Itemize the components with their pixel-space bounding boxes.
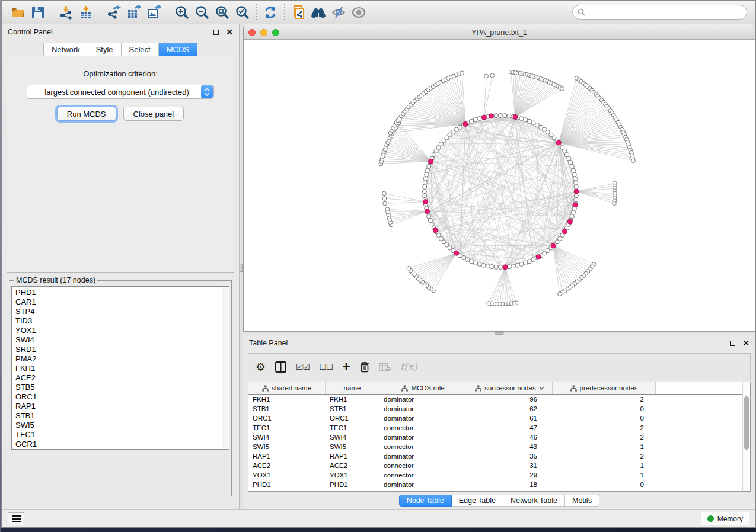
export-network-icon[interactable] [104, 3, 124, 22]
delete-rows-icon[interactable] [360, 361, 369, 373]
criterion-dropdown[interactable]: largest connected component (undirected) [27, 85, 214, 99]
table-cell[interactable]: YOX1 [326, 470, 379, 480]
table-cell[interactable]: STB1 [248, 404, 326, 414]
table-cell[interactable]: YOX1 [248, 470, 326, 480]
minimize-window-icon[interactable] [260, 29, 267, 36]
table-body[interactable]: FKH1FKH1dominator962STB1STB1dominator620… [248, 395, 742, 489]
table-cell[interactable]: RAP1 [326, 451, 379, 461]
zoom-selected-icon[interactable] [232, 3, 253, 22]
table-cell[interactable]: connector [379, 423, 467, 432]
result-node[interactable]: TID3 [15, 316, 221, 326]
table-cell[interactable]: RAP1 [248, 451, 326, 461]
vertical-splitter[interactable] [239, 24, 243, 509]
tab-network[interactable]: Network [43, 43, 88, 56]
table-cell[interactable]: TEC1 [248, 423, 326, 432]
column-header-predecessor-nodes[interactable]: predecessor nodes [553, 382, 656, 394]
table-cell[interactable]: ACE2 [248, 461, 326, 470]
run-mcds-button[interactable]: Run MCDS [57, 107, 116, 121]
export-image-icon[interactable] [144, 3, 164, 22]
table-cell[interactable]: SWI5 [248, 442, 326, 451]
table-cell[interactable]: 61 [467, 414, 553, 423]
table-cell[interactable]: SWI4 [248, 432, 326, 442]
result-scrollbar[interactable] [222, 287, 228, 448]
tab-edge-table[interactable]: Edge Table [452, 495, 503, 507]
table-row[interactable]: YOX1YOX1connector291 [248, 470, 742, 480]
result-node[interactable]: STB1 [15, 411, 221, 421]
result-node[interactable]: SWI4 [15, 335, 221, 345]
result-node[interactable]: SRD1 [15, 345, 221, 354]
mcds-result-list[interactable]: PHD1CAR1STP4TID3YOX1SWI4SRD1PMA2FKH1ACE2… [11, 286, 229, 450]
horizontal-splitter[interactable] [243, 332, 755, 335]
table-row[interactable]: ACE2ACE2connector311 [248, 461, 742, 470]
table-cell[interactable]: 35 [467, 451, 553, 461]
table-cell[interactable]: PHD1 [326, 480, 379, 489]
table-cell[interactable]: 0 [553, 480, 656, 489]
table-row[interactable]: FKH1FKH1dominator962 [248, 395, 742, 404]
table-cell[interactable]: 96 [467, 395, 553, 404]
network-canvas[interactable] [244, 40, 755, 331]
table-cell[interactable]: 31 [467, 461, 553, 470]
zoom-fit-icon[interactable] [212, 3, 232, 22]
table-cell[interactable]: 0 [553, 414, 656, 423]
table-cell[interactable]: 1 [553, 442, 656, 451]
table-cell[interactable]: FKH1 [248, 395, 326, 404]
column-header-MCDS-role[interactable]: MCDS role [379, 382, 467, 394]
close-window-icon[interactable] [248, 29, 256, 36]
table-cell[interactable]: dominator [379, 404, 467, 414]
result-node[interactable]: STB5 [15, 383, 221, 392]
result-node[interactable]: FKH1 [15, 364, 221, 373]
tab-network-table[interactable]: Network Table [503, 495, 565, 507]
zoom-out-icon[interactable] [192, 3, 212, 22]
table-cell[interactable]: connector [379, 470, 467, 480]
table-cell[interactable]: FKH1 [326, 395, 379, 404]
apply-layout-icon[interactable] [260, 3, 280, 22]
panel-list-button[interactable] [8, 512, 24, 525]
table-cell[interactable]: 18 [467, 480, 553, 489]
import-network-icon[interactable] [56, 3, 76, 22]
close-panel-icon[interactable]: ✕ [226, 28, 233, 36]
tab-node-table[interactable]: Node Table [399, 495, 452, 507]
table-row[interactable]: SWI4SWI4dominator462 [248, 432, 742, 442]
save-session-icon[interactable] [28, 3, 48, 22]
search-network-icon[interactable] [308, 3, 328, 22]
close-panel-icon[interactable]: ✕ [742, 339, 749, 347]
table-cell[interactable]: 43 [467, 442, 553, 451]
table-cell[interactable]: connector [379, 442, 467, 451]
hide-graphics-details-icon[interactable] [328, 3, 349, 22]
table-cell[interactable]: 47 [467, 423, 553, 432]
float-panel-icon[interactable] [730, 341, 735, 346]
table-cell[interactable]: SWI5 [326, 442, 379, 451]
export-table-icon[interactable] [124, 3, 144, 22]
result-node[interactable]: ORC1 [15, 392, 221, 402]
network-window-titlebar[interactable]: YPA_prune.txt_1 [244, 25, 755, 40]
show-graphics-details-icon[interactable] [349, 3, 369, 22]
table-options-gear-icon[interactable]: ⚙ [256, 360, 266, 374]
show-column-icon[interactable] [275, 361, 286, 373]
table-row[interactable]: PHD1PHD1dominator180 [248, 480, 742, 489]
splitter-grip[interactable] [240, 264, 243, 272]
table-cell[interactable]: dominator [379, 480, 467, 489]
table-cell[interactable]: TEC1 [326, 423, 379, 432]
table-row[interactable]: TEC1TEC1connector472 [248, 423, 742, 432]
column-header-name[interactable]: name [326, 382, 379, 394]
close-panel-button[interactable]: Close panel [123, 107, 184, 121]
table-scrollbar[interactable] [742, 382, 750, 491]
table-cell[interactable]: 1 [553, 461, 656, 470]
table-cell[interactable]: 2 [553, 395, 656, 404]
table-cell[interactable]: ACE2 [326, 461, 379, 470]
splitter-grip[interactable] [495, 332, 504, 335]
open-file-icon[interactable] [8, 3, 28, 22]
table-cell[interactable]: PHD1 [248, 480, 326, 489]
table-cell[interactable]: SWI4 [326, 432, 379, 442]
zoom-in-icon[interactable] [172, 3, 192, 22]
column-header-shared-name[interactable]: shared name [248, 382, 326, 394]
select-all-icon[interactable]: ☑☑ [296, 362, 310, 371]
column-header-successor-nodes[interactable]: successor nodes [467, 382, 553, 394]
table-cell[interactable]: dominator [379, 432, 467, 442]
table-cell[interactable]: ORC1 [326, 414, 379, 423]
result-node[interactable]: SWI5 [15, 421, 221, 430]
table-cell[interactable]: 46 [467, 432, 553, 442]
result-node[interactable]: PMA2 [15, 354, 221, 364]
maximize-window-icon[interactable] [272, 29, 279, 36]
table-row[interactable]: STB1STB1dominator620 [248, 404, 742, 414]
